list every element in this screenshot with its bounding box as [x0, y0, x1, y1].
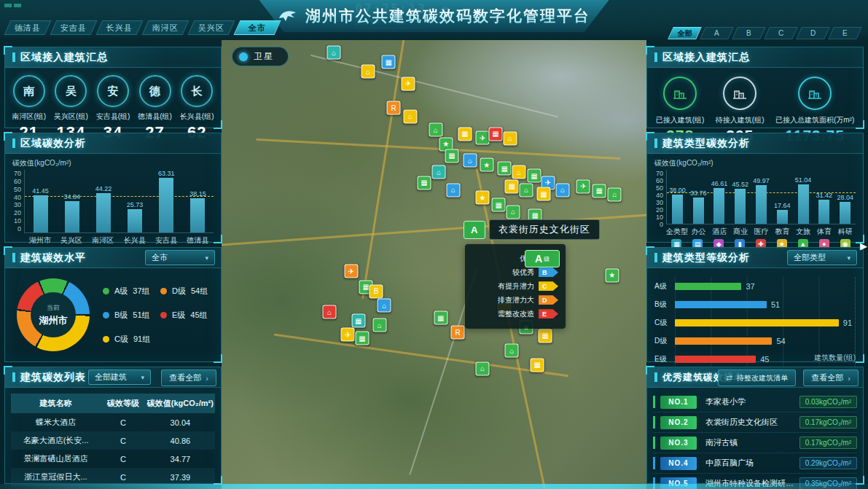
- y-tick: 30: [656, 199, 663, 206]
- region-tab-4[interactable]: 吴兴区: [188, 20, 235, 35]
- bar-value-label: 28.04: [837, 194, 853, 201]
- building-marker[interactable]: ⌂: [556, 183, 570, 197]
- view-all-button[interactable]: 查看全部 ›: [161, 369, 216, 386]
- building-marker[interactable]: ✈: [576, 179, 590, 193]
- donut-center-top: 当前: [47, 303, 60, 313]
- panel-type-grade-analysis: 建筑类型等级分析 全部类型 ▾ 建筑数量(组) A级37B级51C级91D级54…: [646, 247, 864, 362]
- building-marker[interactable]: ✈: [475, 131, 489, 145]
- building-marker[interactable]: ★: [475, 191, 489, 205]
- building-marker[interactable]: ⌂: [464, 154, 477, 168]
- building-marker[interactable]: ▦: [492, 198, 506, 212]
- building-marker[interactable]: ▦: [505, 179, 519, 193]
- building-marker[interactable]: ⌂: [446, 183, 460, 197]
- chevron-right-icon[interactable]: ▶: [860, 240, 867, 251]
- building-marker[interactable]: ⌂: [403, 109, 417, 123]
- y-axis: 706050403020100: [652, 170, 666, 224]
- building-marker[interactable]: ▦: [458, 127, 472, 141]
- title-mark: [654, 138, 657, 148]
- legend-dot-icon: [103, 288, 109, 294]
- building-marker[interactable]: ▦: [593, 184, 606, 197]
- bar-value-label: 38.00: [669, 187, 686, 194]
- bar: [65, 201, 79, 232]
- hbar-row: B级51: [675, 295, 855, 313]
- view-all-button[interactable]: 查看全部 ›: [803, 369, 859, 386]
- building-marker[interactable]: ▦: [528, 169, 541, 183]
- type-filter-dropdown[interactable]: 全部类型 ▾: [787, 250, 857, 265]
- building-marker[interactable]: R: [451, 326, 465, 340]
- building-marker[interactable]: ⌂: [378, 299, 391, 313]
- panel-type-carbon-analysis: 建筑类型碳效分析 碳效值(kgCO₂/m²) 70605040302010038…: [646, 133, 864, 243]
- building-marker[interactable]: ⌂: [372, 318, 386, 332]
- region-tab-2[interactable]: 长兴县: [96, 20, 144, 35]
- region-tab-0[interactable]: 德清县: [4, 20, 52, 35]
- building-filter-dropdown[interactable]: 全部建筑 ▾: [88, 369, 151, 385]
- chevron-right-icon: ›: [206, 374, 208, 383]
- building-marker[interactable]: ▦: [536, 187, 550, 201]
- building-marker[interactable]: ⌂: [323, 305, 337, 319]
- building-marker[interactable]: ⌂: [506, 205, 520, 219]
- building-marker[interactable]: ⌂: [505, 344, 519, 358]
- x-tick-label: 安吉县: [150, 235, 181, 246]
- building-marker[interactable]: ✈: [401, 77, 415, 90]
- building-marker[interactable]: ⌂: [361, 65, 375, 79]
- bar: [128, 209, 142, 232]
- building-marker[interactable]: ⌂: [512, 165, 526, 179]
- building-marker[interactable]: ⌂: [503, 131, 517, 145]
- ranking-row: NO.4中原百脑广场0.29kgCO₂/m²: [653, 453, 857, 474]
- building-marker[interactable]: ▦: [445, 149, 458, 163]
- legend-count: 54组: [191, 286, 208, 297]
- building-marker[interactable]: ⌂: [327, 46, 340, 60]
- building-marker[interactable]: ✈: [344, 265, 358, 278]
- donut-legend-item: E级45组: [160, 310, 215, 321]
- level-tab-5[interactable]: E: [828, 27, 862, 39]
- building-marker[interactable]: ⌂: [431, 165, 445, 179]
- satellite-toggle[interactable]: 卫星: [232, 47, 289, 66]
- y-tick: 20: [656, 206, 663, 214]
- x-tick-label: 商业: [730, 227, 751, 237]
- building-marker[interactable]: ▦: [355, 332, 369, 345]
- building-marker[interactable]: ▦: [434, 311, 447, 325]
- y-tick: 0: [660, 221, 663, 228]
- x-tick-label: 德清县: [182, 235, 214, 246]
- building-marker[interactable]: ▦: [489, 127, 503, 141]
- donut-legend-item: A级37组: [103, 286, 157, 297]
- building-marker[interactable]: ▦: [539, 329, 552, 343]
- building-marker[interactable]: ⌂: [429, 123, 442, 137]
- city-scope-dropdown[interactable]: 全市 ▾: [145, 250, 215, 265]
- building-marker[interactable]: ▦: [351, 314, 365, 328]
- building-marker[interactable]: R: [387, 101, 401, 115]
- hbar-row: A级37: [675, 277, 855, 295]
- building-marker[interactable]: ★: [605, 268, 619, 282]
- table-cell: 蝶米大酒店: [11, 417, 101, 428]
- building-marker[interactable]: ⌂: [608, 187, 622, 201]
- building-marker[interactable]: ⌂: [520, 183, 533, 197]
- building-marker[interactable]: ✈: [341, 328, 355, 342]
- level-tab-1[interactable]: A: [700, 27, 734, 39]
- building-marker[interactable]: ▦: [498, 162, 512, 176]
- legend-dot-icon: [103, 312, 109, 318]
- rectify-list-button[interactable]: ⇄ 待整改建筑清单: [718, 369, 796, 386]
- region-tab-1[interactable]: 安吉县: [50, 20, 98, 35]
- region-tab-3[interactable]: 南浔区: [142, 20, 189, 35]
- building-marker[interactable]: ⌂: [475, 361, 489, 375]
- panel-title: 区域接入建筑汇总: [20, 51, 108, 64]
- bar-column: 41.45: [25, 170, 56, 232]
- x-tick-label: 教育: [772, 227, 793, 237]
- level-tab-3[interactable]: C: [764, 27, 798, 39]
- building-marker[interactable]: ▦: [382, 55, 396, 69]
- level-tab-2[interactable]: B: [732, 27, 766, 39]
- building-marker[interactable]: B: [370, 284, 383, 298]
- bar-column: 44.22: [87, 170, 119, 232]
- building-marker[interactable]: ▦: [531, 358, 544, 372]
- map-canvas[interactable]: 卫星 ⌂▦✈⌂R⌂⌂★▦✈▦⌂▦⌂★▦⌂▦✈▦⌂▦⌂✈▦⌂⌂▦⌂★▦⌂▦★✈▦B…: [222, 40, 646, 489]
- level-tab-4[interactable]: D: [796, 27, 830, 39]
- region-tab-5[interactable]: 全市: [234, 20, 281, 35]
- y-tick: 40: [656, 192, 663, 199]
- building-marker[interactable]: ★: [480, 158, 493, 172]
- tab-label: C: [778, 29, 783, 37]
- building-marker[interactable]: ▦: [418, 176, 431, 189]
- bar: [693, 197, 704, 224]
- level-tab-0[interactable]: 全部: [668, 27, 702, 39]
- building-circle-icon: [663, 77, 697, 110]
- bar-column: 25.73: [120, 170, 151, 232]
